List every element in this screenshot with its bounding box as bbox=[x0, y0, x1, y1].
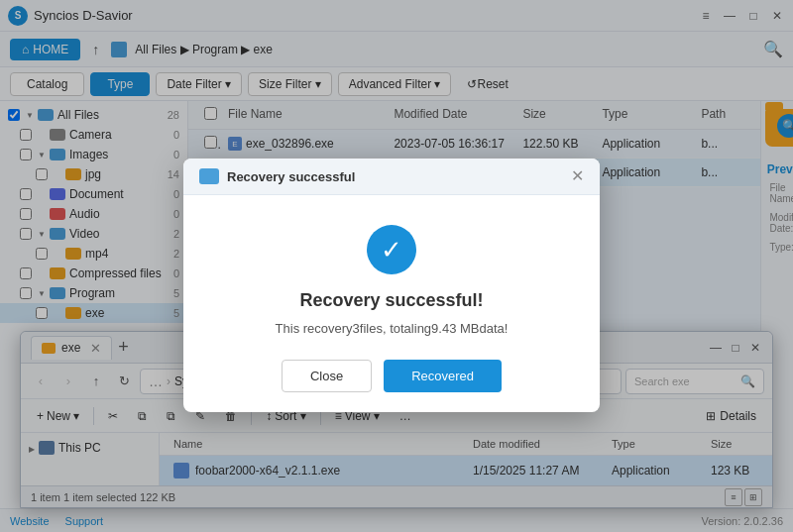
success-checkmark-icon: ✓ bbox=[367, 225, 416, 274]
recovery-modal: Recovery successful ✕ ✓ Recovery success… bbox=[183, 159, 600, 412]
modal-folder-icon bbox=[199, 168, 219, 184]
modal-header: Recovery successful ✕ bbox=[183, 159, 600, 195]
modal-overlay: Recovery successful ✕ ✓ Recovery success… bbox=[0, 0, 793, 532]
modal-title: Recovery successful bbox=[227, 169, 563, 184]
modal-success-title: Recovery successful! bbox=[203, 290, 580, 311]
modal-body: ✓ Recovery successful! This recovery3fil… bbox=[183, 195, 600, 412]
modal-description: This recovery3files, totaling9.43 MBdata… bbox=[203, 321, 580, 336]
recovered-button[interactable]: Recovered bbox=[384, 360, 502, 392]
modal-close-button[interactable]: ✕ bbox=[571, 168, 584, 184]
close-button[interactable]: Close bbox=[282, 360, 372, 392]
modal-actions: Close Recovered bbox=[203, 360, 580, 392]
